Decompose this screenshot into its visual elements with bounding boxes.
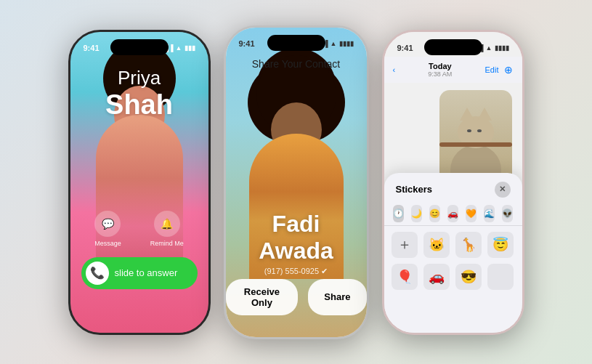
contact-last: Awada — [226, 238, 367, 264]
contact-name: Fadi Awada — [226, 211, 367, 264]
action-buttons: 💬 Message 🔔 Remind Me — [94, 211, 184, 247]
sticker-tab-emoji[interactable]: 😊 — [429, 205, 440, 222]
time-3: 9:41 — [397, 44, 413, 52]
message-action[interactable]: 💬 Message — [94, 211, 121, 247]
sticker-tab-recent[interactable]: 🕐 — [393, 205, 404, 222]
messages-header: ‹ Today 9:38 AM Edit ⊕ — [384, 57, 522, 83]
sticker-giraffe[interactable]: 🦒 — [455, 232, 482, 258]
time-label: 9:38 AM — [428, 70, 452, 78]
share-button[interactable]: Share — [308, 279, 366, 315]
phone-3: 9:41 ▐▐▐ ▲ ▮▮▮▮ ‹ Today 9:38 AM Edit ⊕ — [382, 30, 524, 335]
contact-phone: (917) 555-0925 ✔ — [226, 267, 367, 276]
sticker-tab-water[interactable]: 🌊 — [484, 205, 495, 222]
sticker-grid-2: 🎈 🚗 😎 — [384, 264, 522, 296]
stickers-label: Stickers — [396, 184, 433, 195]
sticker-tab-heart[interactable]: 🧡 — [466, 205, 477, 222]
sticker-red-car[interactable]: 🚗 — [423, 264, 450, 290]
share-header: Share Your Contact — [226, 58, 367, 70]
sticker-tab-car[interactable]: 🚗 — [447, 205, 458, 222]
caller-name: Priya Shah — [70, 67, 208, 121]
receive-only-button[interactable]: Receive Only — [226, 279, 299, 315]
phone-icon: 📞 — [86, 262, 109, 285]
sticker-panel: Stickers ✕ 🕐 🌙 😊 🚗 🧡 🌊 👽 ＋ 🐱 🦒 😇 🎈 🚗 😎 — [384, 173, 522, 333]
sticker-empty — [487, 264, 514, 290]
phone-2: 9:41 ▐▐▐ ▲ ▮▮▮▮ Share Your Contact Fadi … — [224, 25, 369, 339]
edit-button[interactable]: Edit — [485, 65, 499, 74]
sticker-balloon[interactable]: 🎈 — [392, 264, 418, 290]
caller-last: Shah — [70, 89, 208, 121]
message-icon: 💬 — [94, 211, 121, 237]
sticker-tab-moon[interactable]: 🌙 — [411, 205, 422, 222]
remind-action[interactable]: 🔔 Remind Me — [150, 211, 184, 247]
close-stickers-button[interactable]: ✕ — [495, 182, 511, 198]
remind-icon: 🔔 — [154, 211, 180, 237]
sticker-cool[interactable]: 😎 — [455, 264, 482, 290]
cat-photo — [439, 90, 512, 185]
share-buttons: Receive Only Share — [226, 279, 367, 315]
date-label: Today — [428, 62, 452, 70]
sticker-cat[interactable]: 🐱 — [423, 232, 450, 258]
phone-1: 9:41 ▐▐▐▐ ▲ ▮▮▮ Priya Shah 💬 Message 🔔 R… — [68, 30, 211, 335]
add-sticker-button[interactable]: ＋ — [392, 232, 418, 258]
slide-to-answer[interactable]: 📞 slide to answer — [81, 257, 198, 289]
sticker-grid-1: ＋ 🐱 🦒 😇 — [384, 226, 522, 264]
time-2: 9:41 — [239, 39, 255, 48]
sticker-angel[interactable]: 😇 — [487, 232, 514, 258]
dynamic-island-1 — [110, 39, 169, 55]
dynamic-island-3 — [424, 39, 482, 55]
contact-first: Fadi — [226, 211, 367, 238]
sticker-tabs: 🕐 🌙 😊 🚗 🧡 🌊 👽 — [384, 202, 522, 226]
time-1: 9:41 — [84, 44, 100, 52]
call-actions: 💬 Message 🔔 Remind Me 📞 slide to answer — [70, 211, 208, 289]
more-button[interactable]: ⊕ — [504, 64, 513, 76]
sticker-panel-header: Stickers ✕ — [384, 173, 522, 202]
dynamic-island-2 — [267, 35, 325, 51]
sticker-tab-alien[interactable]: 👽 — [502, 205, 513, 222]
caller-first: Priya — [70, 67, 208, 89]
back-button[interactable]: ‹ — [393, 65, 396, 74]
